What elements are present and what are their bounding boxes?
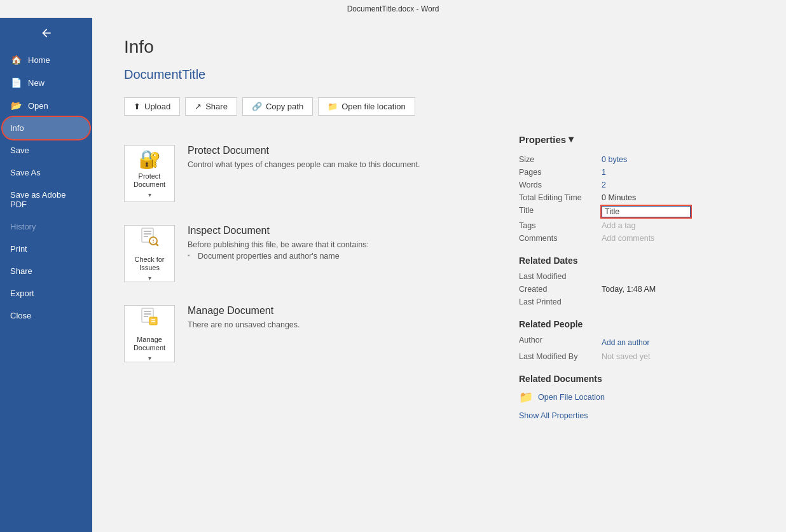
manage-svg <box>138 306 161 329</box>
sidebar-item-saveadobe[interactable]: Save as Adobe PDF <box>0 184 92 215</box>
share-button[interactable]: ↗ Share <box>185 97 237 116</box>
prop-row-title: Title <box>519 206 761 217</box>
share-icon: ↗ <box>195 102 202 111</box>
prop-row-created: Created Today, 1:48 AM <box>519 285 761 294</box>
share-label: Share <box>205 102 228 111</box>
prop-row-last-printed: Last Printed <box>519 297 761 306</box>
back-button[interactable] <box>0 18 92 48</box>
sidebar-item-print[interactable]: Print <box>0 238 92 260</box>
prop-label-title: Title <box>519 206 602 215</box>
main-content: Info DocumentTitle ⬆ Upload ↗ Share 🔗 Co… <box>92 18 786 532</box>
sidebar-label-share: Share <box>10 266 32 276</box>
prop-row-editing-time: Total Editing Time 0 Minutes <box>519 193 761 202</box>
upload-button[interactable]: ⬆ Upload <box>124 97 180 116</box>
title-bar-text: DocumentTitle.docx - Word <box>347 4 439 13</box>
prop-label-editing-time: Total Editing Time <box>519 193 602 202</box>
folder-yellow-icon: 📁 <box>519 390 533 404</box>
add-author-link[interactable]: Add an author <box>602 338 649 347</box>
sidebar-item-export[interactable]: Export <box>0 282 92 304</box>
properties-chevron-icon: ▾ <box>569 133 574 145</box>
prop-value-tags[interactable]: Add a tag <box>602 221 761 230</box>
svg-rect-7 <box>153 242 154 243</box>
prop-label-words: Words <box>519 181 602 189</box>
related-docs-header: Related Documents <box>519 374 761 384</box>
toolbar: ⬆ Upload ↗ Share 🔗 Copy path 📁 Open file… <box>124 97 761 116</box>
new-icon: 📄 <box>10 78 22 88</box>
sidebar-item-close[interactable]: Close <box>0 304 92 327</box>
prop-label-last-modified-by: Last Modified By <box>519 352 602 361</box>
protect-text: Protect Document Control what types of c… <box>188 145 420 202</box>
manage-icon <box>138 306 161 333</box>
open-file-location-link[interactable]: 📁 Open File Location <box>519 390 761 404</box>
sidebar: 🏠 Home 📄 New 📂 Open Info Save Save As Sa… <box>0 18 92 532</box>
manage-title: Manage Document <box>188 305 300 317</box>
properties-table: Size 0 bytes Pages 1 Words 2 Total Editi… <box>519 155 761 243</box>
manage-icon-box[interactable]: ManageDocument ▾ <box>124 305 175 362</box>
manage-desc: There are no unsaved changes. <box>188 320 300 329</box>
properties-title: Properties <box>519 134 566 145</box>
prop-input-title[interactable] <box>602 206 691 217</box>
prop-value-comments[interactable]: Add comments <box>602 234 761 243</box>
prop-label-last-printed: Last Printed <box>519 297 602 306</box>
open-file-location-label: Open file location <box>341 102 405 111</box>
inspect-text: Inspect Document Before publishing this … <box>188 225 369 282</box>
prop-value-size: 0 bytes <box>602 155 761 164</box>
prop-row-tags: Tags Add a tag <box>519 221 761 230</box>
sidebar-label-print: Print <box>10 244 27 254</box>
sidebar-item-new[interactable]: 📄 New <box>0 71 92 94</box>
open-icon: 📂 <box>10 100 22 111</box>
svg-point-6 <box>153 240 154 241</box>
copy-path-button[interactable]: 🔗 Copy path <box>242 97 313 116</box>
prop-label-last-modified: Last Modified <box>519 272 602 281</box>
sidebar-item-share[interactable]: Share <box>0 260 92 282</box>
sidebar-item-home[interactable]: 🏠 Home <box>0 48 92 71</box>
related-dates-header: Related Dates <box>519 256 761 266</box>
sidebar-item-open[interactable]: 📂 Open <box>0 94 92 117</box>
manage-dropdown-icon: ▾ <box>148 355 151 362</box>
prop-row-last-modified: Last Modified <box>519 272 761 281</box>
related-people-header: Related People <box>519 319 761 329</box>
sidebar-label-export: Export <box>10 289 34 298</box>
sections-list: 🔐 ProtectDocument ▾ Protect Document Con… <box>124 133 493 421</box>
link-icon: 🔗 <box>252 102 262 111</box>
sidebar-item-saveas[interactable]: Save As <box>0 161 92 184</box>
prop-value-pages: 1 <box>602 168 761 177</box>
back-icon <box>40 27 53 39</box>
prop-label-pages: Pages <box>519 168 602 177</box>
inspect-icon <box>138 226 161 253</box>
protect-icon-box[interactable]: 🔐 ProtectDocument ▾ <box>124 145 175 202</box>
prop-value-created: Today, 1:48 AM <box>602 285 761 294</box>
prop-row-words: Words 2 <box>519 181 761 189</box>
manage-icon-label: ManageDocument <box>134 336 165 352</box>
inspect-bullet-1: Document properties and author's name <box>188 252 369 261</box>
prop-row-last-modified-by: Last Modified By Not saved yet <box>519 352 761 361</box>
inspect-dropdown-icon: ▾ <box>148 275 151 282</box>
sidebar-label-info: Info <box>10 123 24 133</box>
protect-title: Protect Document <box>188 145 420 156</box>
manage-section: ManageDocument ▾ Manage Document There a… <box>124 294 493 374</box>
inspect-icon-label: Check forIssues <box>134 256 164 272</box>
page-title: Info <box>124 37 761 57</box>
home-icon: 🏠 <box>10 55 22 65</box>
sidebar-item-save[interactable]: Save <box>0 139 92 161</box>
prop-row-author: Author Add an author <box>519 336 761 347</box>
inspect-icon-box[interactable]: Check forIssues ▾ <box>124 225 175 282</box>
sidebar-item-info[interactable]: Info <box>3 117 90 139</box>
check-issues-svg <box>138 226 161 249</box>
info-sections: 🔐 ProtectDocument ▾ Protect Document Con… <box>124 133 761 421</box>
lock-icon: 🔐 <box>139 149 161 170</box>
protect-icon-label: ProtectDocument <box>134 172 165 189</box>
prop-label-author: Author <box>519 336 602 344</box>
open-file-location-text: Open File Location <box>538 393 605 402</box>
prop-row-size: Size 0 bytes <box>519 155 761 164</box>
prop-label-created: Created <box>519 285 602 294</box>
protect-dropdown-icon: ▾ <box>148 191 151 198</box>
svg-line-5 <box>156 243 158 245</box>
prop-value-last-modified-by: Not saved yet <box>602 352 761 361</box>
open-file-location-button[interactable]: 📁 Open file location <box>318 97 415 116</box>
doc-title: DocumentTitle <box>124 67 761 82</box>
upload-icon: ⬆ <box>134 102 141 111</box>
show-all-properties-link[interactable]: Show All Properties <box>519 411 588 420</box>
manage-text: Manage Document There are no unsaved cha… <box>188 305 300 362</box>
folder-open-icon: 📁 <box>328 102 338 111</box>
